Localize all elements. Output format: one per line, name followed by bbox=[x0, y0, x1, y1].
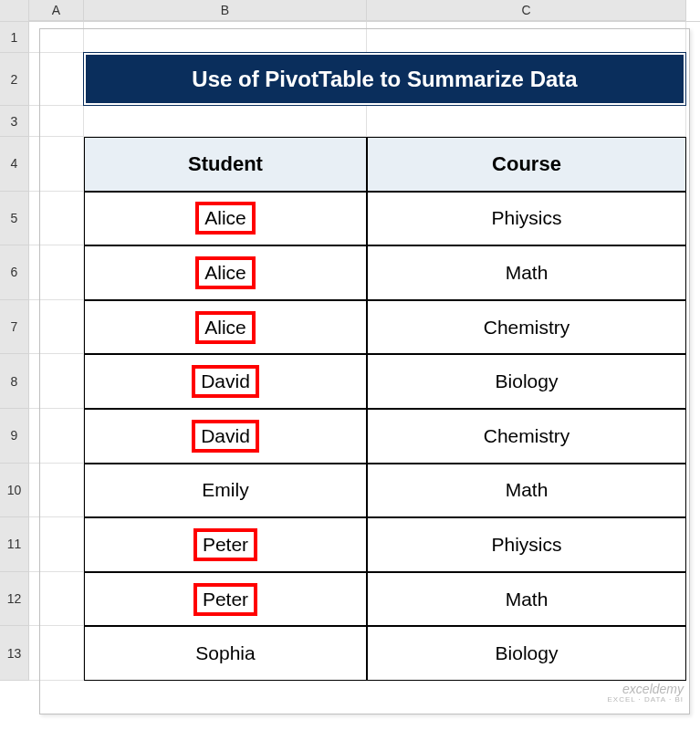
row-header-7[interactable]: 7 bbox=[0, 300, 29, 355]
watermark-main: exceldemy bbox=[607, 683, 684, 696]
cell-a10[interactable] bbox=[29, 464, 84, 518]
cell-a8[interactable] bbox=[29, 354, 84, 409]
title-cell[interactable]: Use of PivotTable to Summarize Data bbox=[84, 53, 686, 106]
row-5: 5 Alice Phiysics bbox=[0, 192, 700, 246]
cell-c1[interactable] bbox=[367, 22, 686, 53]
cell-student-7[interactable]: Peter bbox=[84, 572, 367, 627]
row-header-9[interactable]: 9 bbox=[0, 409, 29, 464]
cell-student-3[interactable]: David bbox=[84, 354, 367, 409]
cell-c3[interactable] bbox=[367, 106, 686, 137]
highlight-box: Peter bbox=[193, 583, 257, 616]
row-header-11[interactable]: 11 bbox=[0, 517, 29, 572]
cell-student-2[interactable]: Alice bbox=[84, 300, 367, 355]
cell-a2[interactable] bbox=[29, 53, 84, 106]
column-headers: A B C bbox=[0, 0, 700, 22]
cell-a5[interactable] bbox=[29, 192, 84, 246]
table-header-course[interactable]: Course bbox=[367, 137, 686, 192]
highlight-box: David bbox=[192, 420, 259, 453]
cell-course-4[interactable]: Chemistry bbox=[367, 409, 686, 464]
row-10: 10 Emily Math bbox=[0, 464, 700, 518]
cell-a12[interactable] bbox=[29, 572, 84, 627]
table-header-student[interactable]: Student bbox=[84, 137, 367, 192]
column-header-a[interactable]: A bbox=[29, 0, 84, 21]
cell-course-5[interactable]: Math bbox=[367, 464, 686, 518]
cell-a4[interactable] bbox=[29, 137, 84, 192]
cell-course-0[interactable]: Phiysics bbox=[367, 192, 686, 246]
cell-course-1[interactable]: Math bbox=[367, 245, 686, 300]
cell-student-8[interactable]: Sophia bbox=[84, 626, 367, 681]
row-header-5[interactable]: 5 bbox=[0, 192, 29, 246]
cell-course-2[interactable]: Chemistry bbox=[367, 300, 686, 355]
row-6: 6 Alice Math bbox=[0, 245, 700, 300]
cell-student-6[interactable]: Peter bbox=[84, 517, 367, 572]
row-8: 8 David Biology bbox=[0, 354, 700, 409]
cell-b3[interactable] bbox=[84, 106, 367, 137]
cell-b1[interactable] bbox=[84, 22, 367, 53]
row-header-1[interactable]: 1 bbox=[0, 22, 29, 53]
highlight-box: Peter bbox=[193, 528, 257, 561]
row-header-13[interactable]: 13 bbox=[0, 626, 29, 681]
row-header-2[interactable]: 2 bbox=[0, 53, 29, 106]
cell-a11[interactable] bbox=[29, 517, 84, 572]
row-13: 13 Sophia Biology bbox=[0, 626, 700, 681]
watermark-sub: EXCEL · DATA · BI bbox=[607, 696, 684, 704]
highlight-box: Alice bbox=[195, 256, 256, 289]
cell-course-6[interactable]: Phiysics bbox=[367, 517, 686, 572]
spreadsheet: A B C 1 2 Use of PivotTable to Summarize… bbox=[0, 0, 700, 730]
column-header-c[interactable]: C bbox=[367, 0, 686, 21]
cell-a3[interactable] bbox=[29, 106, 84, 137]
cell-a7[interactable] bbox=[29, 300, 84, 355]
highlight-box: Alice bbox=[195, 202, 256, 235]
cell-course-7[interactable]: Math bbox=[367, 572, 686, 627]
cell-a9[interactable] bbox=[29, 409, 84, 464]
cell-course-3[interactable]: Biology bbox=[367, 354, 686, 409]
highlight-box: David bbox=[192, 365, 259, 398]
cell-student-0[interactable]: Alice bbox=[84, 192, 367, 246]
row-header-8[interactable]: 8 bbox=[0, 354, 29, 409]
row-4: 4 Student Course bbox=[0, 137, 700, 192]
highlight-box: Alice bbox=[195, 311, 256, 344]
page-title: Use of PivotTable to Summarize Data bbox=[84, 53, 685, 105]
row-header-10[interactable]: 10 bbox=[0, 464, 29, 518]
row-12: 12 Peter Math bbox=[0, 572, 700, 627]
row-9: 9 David Chemistry bbox=[0, 409, 700, 464]
cell-a13[interactable] bbox=[29, 626, 84, 681]
column-header-b[interactable]: B bbox=[84, 0, 367, 21]
row-header-3[interactable]: 3 bbox=[0, 106, 29, 137]
row-7: 7 Alice Chemistry bbox=[0, 300, 700, 355]
row-2: 2 Use of PivotTable to Summarize Data bbox=[0, 53, 700, 106]
row-header-4[interactable]: 4 bbox=[0, 137, 29, 192]
cell-student-1[interactable]: Alice bbox=[84, 245, 367, 300]
cell-a6[interactable] bbox=[29, 245, 84, 300]
row-header-6[interactable]: 6 bbox=[0, 245, 29, 300]
row-3: 3 bbox=[0, 106, 700, 137]
select-all-corner[interactable] bbox=[0, 0, 29, 22]
cell-student-4[interactable]: David bbox=[84, 409, 367, 464]
row-1: 1 bbox=[0, 22, 700, 53]
row-11: 11 Peter Phiysics bbox=[0, 517, 700, 572]
cell-course-8[interactable]: Biology bbox=[367, 626, 686, 681]
cell-a1[interactable] bbox=[29, 22, 84, 53]
watermark: exceldemy EXCEL · DATA · BI bbox=[607, 683, 684, 704]
row-header-12[interactable]: 12 bbox=[0, 572, 29, 627]
cell-student-5[interactable]: Emily bbox=[84, 464, 367, 518]
